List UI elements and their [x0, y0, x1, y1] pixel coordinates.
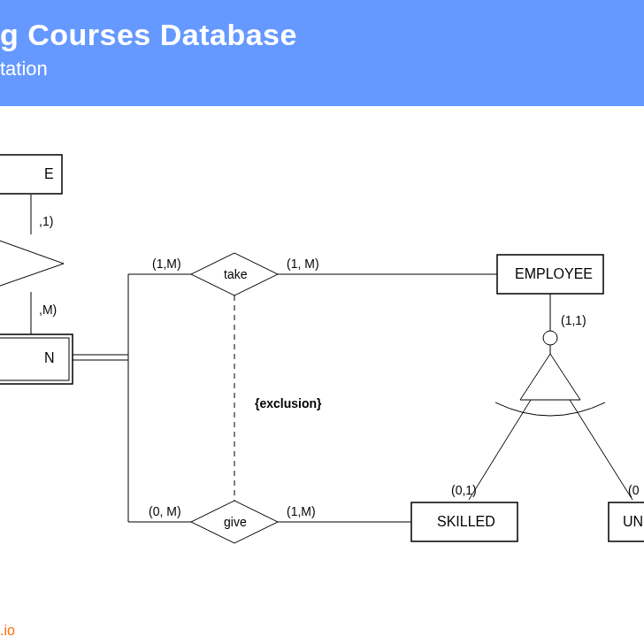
relation-give-label: give: [224, 515, 247, 529]
entity-n-label: N: [44, 350, 55, 366]
exclusion-label: {exclusion}: [255, 396, 321, 410]
card-skilled: (0,1): [451, 483, 477, 497]
card-top-left-2: ,M): [39, 303, 57, 317]
page-subtitle: tation: [0, 58, 644, 80]
entity-unskilled-label: UN: [623, 514, 643, 530]
page-title: g Courses Database: [0, 18, 644, 52]
svg-line-11: [469, 400, 531, 500]
entity-employee-label: EMPLOYEE: [515, 266, 593, 282]
svg-marker-10: [520, 354, 580, 400]
svg-marker-17: [0, 234, 64, 292]
footer-brand: .io: [0, 623, 15, 639]
card-give-right: (1,M): [287, 504, 316, 518]
diagram-canvas: E N take give {exclusion} EMPLOYEE SKILL…: [0, 106, 644, 644]
card-unskilled: (0: [628, 483, 639, 497]
card-give-left: (0, M): [149, 504, 181, 518]
svg-rect-19: [0, 338, 69, 380]
entity-skilled-label: SKILLED: [437, 514, 495, 530]
footer-brand-text: .io: [0, 623, 15, 638]
card-top-left-1: ,1): [39, 214, 53, 228]
entity-top-left-label: E: [44, 166, 54, 182]
card-emp-gen: (1,1): [561, 313, 586, 327]
card-take-left: (1,M): [152, 257, 181, 271]
svg-line-12: [570, 400, 632, 500]
page-header: g Courses Database tation: [0, 0, 644, 106]
card-take-right: (1, M): [287, 257, 319, 271]
svg-point-8: [543, 331, 557, 345]
er-diagram-svg: [0, 106, 644, 644]
relation-take-label: take: [224, 267, 247, 281]
